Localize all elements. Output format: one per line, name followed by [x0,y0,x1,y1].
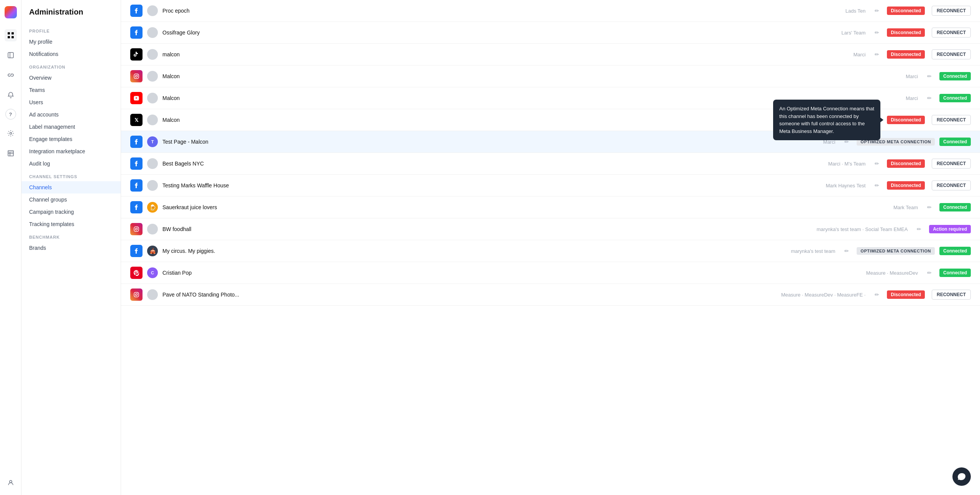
status-badge: Connected [939,72,971,80]
svg-rect-2 [8,36,10,38]
channel-name: BW foodhall [162,226,812,232]
table-nav-icon[interactable] [5,147,17,159]
channel-team: Marci [823,139,836,145]
reconnect-button[interactable]: RECONNECT [932,180,971,190]
bell-nav-icon[interactable] [5,89,17,101]
svg-rect-12 [134,74,139,79]
channel-team: Marci [854,117,866,123]
svg-rect-3 [11,36,14,38]
svg-rect-0 [8,32,10,34]
sidebar-item-teams[interactable]: Teams [21,84,121,96]
sidebar: Administration PROFILE My profile Notifi… [21,0,121,495]
icon-bar: ? [0,0,21,495]
channel-avatar [147,71,158,82]
sidebar-item-brands[interactable]: Brands [21,242,121,254]
app-logo[interactable] [5,6,17,18]
link-nav-icon[interactable] [5,69,17,81]
sidebar-item-ad-accounts[interactable]: Ad accounts [21,108,121,121]
channel-team: Marci [906,95,918,101]
edit-icon[interactable]: ✏ [844,139,849,145]
sidebar-item-campaign-tracking[interactable]: Campaign tracking [21,206,121,218]
benchmark-section-label: BENCHMARK [21,230,121,242]
sidebar-item-notifications[interactable]: Notifications [21,48,121,60]
svg-rect-1 [11,32,14,34]
svg-rect-4 [8,52,13,58]
platform-icon [130,5,143,17]
channel-name: Malcon [162,117,849,123]
grid-nav-icon[interactable] [5,29,17,41]
sidebar-item-users[interactable]: Users [21,96,121,108]
edit-icon[interactable]: ✏ [844,248,849,254]
platform-icon [130,267,143,279]
table-row: Proc epoch Lads Ten ✏ Disconnected RECON… [121,0,980,22]
svg-point-6 [10,133,11,134]
channel-team: Mark Haynes Test [826,183,866,188]
sidebar-title: Administration [21,8,121,24]
edit-icon[interactable]: ✏ [927,204,932,210]
sidebar-item-channel-groups[interactable]: Channel groups [21,193,121,206]
platform-icon: 𝕏 [130,114,143,126]
question-nav-icon[interactable]: ? [5,109,16,120]
svg-point-11 [10,480,12,483]
svg-point-13 [136,75,138,77]
reconnect-button[interactable]: RECONNECT [932,159,971,169]
edit-icon[interactable]: ✏ [927,73,932,79]
sidebar-item-label-management[interactable]: Label management [21,121,121,133]
table-row: Ossifrage Glory Lars' Team ✏ Disconnecte… [121,22,980,44]
sidebar-item-integration-marketplace[interactable]: Integration marketplace [21,145,121,157]
sidebar-item-overview[interactable]: Overview [21,72,121,84]
user-profile-icon[interactable] [5,477,17,489]
status-badge: Connected [939,203,971,211]
table-row: Best Bagels NYC Marci · M's Team ✏ Disco… [121,153,980,175]
edit-icon[interactable]: ✏ [927,95,932,101]
edit-icon[interactable]: ✏ [875,30,879,36]
platform-icon [130,48,143,61]
profile-section-label: PROFILE [21,24,121,36]
channel-team: Lads Ten [846,8,866,14]
status-badge: Connected [939,94,971,102]
platform-icon [130,92,143,104]
channel-name: Malcon [162,95,901,101]
svg-point-14 [138,75,138,75]
edit-icon[interactable]: ✏ [917,226,921,232]
org-section-label: ORGANIZATION [21,60,121,72]
reconnect-button[interactable]: RECONNECT [932,290,971,300]
settings-nav-icon[interactable] [5,127,17,139]
channel-team: Lars' Team [841,30,865,36]
edit-icon[interactable]: ✏ [927,270,932,276]
chat-button[interactable] [952,467,971,486]
platform-icon [130,223,143,235]
sidebar-item-audit-log[interactable]: Audit log [21,157,121,170]
reconnect-button[interactable]: RECONNECT [932,49,971,59]
edit-icon[interactable]: ✏ [875,51,879,57]
channel-avatar: 🎪 [147,246,158,256]
platform-icon [130,26,143,39]
edit-icon[interactable]: ✏ [875,8,879,14]
channel-avatar [147,224,158,234]
sidebar-item-channels[interactable]: Channels [21,181,121,193]
channel-name: Ossifrage Glory [162,30,837,36]
sidebar-item-tracking-templates[interactable]: Tracking templates [21,218,121,230]
channel-name: Best Bagels NYC [162,161,824,167]
edit-icon[interactable]: ✏ [875,292,879,298]
reconnect-button[interactable]: RECONNECT [932,6,971,16]
platform-icon [130,70,143,82]
sidebar-item-my-profile[interactable]: My profile [21,36,121,48]
channel-team: Measure · MeasureDev [866,270,918,276]
reconnect-button[interactable]: RECONNECT [932,115,971,125]
edit-icon[interactable]: ✏ [875,182,879,188]
channel-avatar [147,5,158,16]
edit-icon[interactable]: ✏ [875,161,879,167]
sidebar-nav-icon[interactable] [5,49,17,61]
channel-avatar: T [147,136,158,147]
channel-avatar [147,27,158,38]
platform-icon [130,157,143,170]
status-badge: Disconnected [887,7,925,15]
channel-settings-section-label: CHANNEL SETTINGS [21,170,121,181]
edit-icon[interactable]: ✏ [875,117,879,123]
platform-icon [130,179,143,192]
sidebar-item-engage-templates[interactable]: Engage templates [21,133,121,145]
status-badge: Disconnected [887,116,925,124]
platform-icon [130,136,143,148]
reconnect-button[interactable]: RECONNECT [932,28,971,38]
